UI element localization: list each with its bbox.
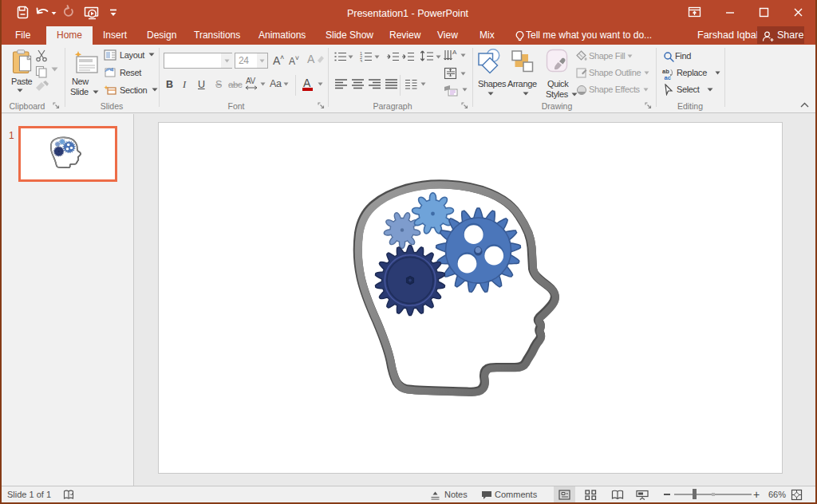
svg-text:ac: ac [665,74,671,81]
svg-text:3: 3 [360,59,362,63]
svg-text:A: A [452,49,457,56]
